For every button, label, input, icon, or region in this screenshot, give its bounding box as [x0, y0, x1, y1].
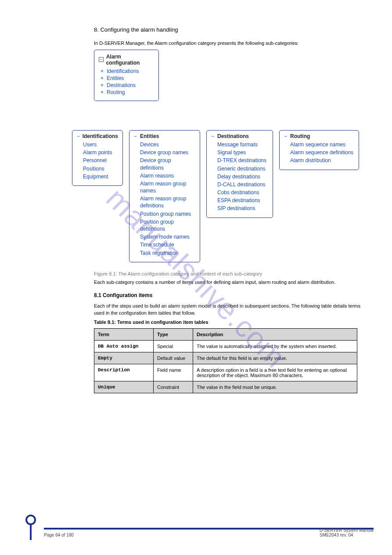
term-cell: Empty — [94, 352, 154, 364]
alarm-config-title: Alarm configuration — [106, 54, 154, 66]
ent-item-devices[interactable]: Devices — [140, 141, 195, 148]
routing-title: Routing — [290, 133, 310, 139]
alarm-config-header[interactable]: − Alarm configuration — [99, 54, 154, 66]
table-header-row: Term Type Description — [94, 328, 357, 340]
cat-item-label: Entities — [107, 75, 124, 81]
id-item-alarm-points[interactable]: Alarm points — [83, 149, 118, 156]
type-cell: Default value — [154, 352, 193, 364]
dst-item-dcall[interactable]: D-CALL destinations — [217, 181, 268, 188]
ent-item-devgroupdefs[interactable]: Device group definitions — [140, 157, 195, 171]
id-item-positions[interactable]: Positions — [83, 165, 118, 172]
id-item-users[interactable]: Users — [83, 141, 118, 148]
footer: Page 64 of 180 D-SERVER System Manual SM… — [0, 506, 392, 540]
dst-item-sip[interactable]: SIP destinations — [217, 205, 268, 212]
minus-icon: − — [211, 133, 215, 139]
routing-box: − Routing Alarm sequence names Alarm seq… — [279, 130, 359, 170]
desc-cell: A description option in a field is a fre… — [193, 364, 357, 381]
table-row: Description Field name A description opt… — [94, 364, 357, 381]
rt-item-seqdefs[interactable]: Alarm sequence definitions — [290, 149, 354, 156]
dst-item-espa[interactable]: ESPA destinations — [217, 197, 268, 204]
footer-doc-title: D-SERVER System Manual — [320, 528, 374, 533]
dst-item-dtrex[interactable]: D-TREX destinations — [217, 157, 268, 164]
collapse-icon[interactable]: − — [99, 57, 104, 62]
cat-item-identifications[interactable]: + Identifications — [101, 68, 154, 74]
type-cell: Field name — [154, 364, 193, 381]
col-type: Type — [154, 328, 193, 340]
subsection-title: 8.1 Configuration items — [94, 292, 366, 298]
figure-caption: Figure 8.1: The Alarm configuration cate… — [94, 271, 366, 276]
table-row: Unique Constraint The value in the field… — [94, 381, 357, 393]
id-item-equipment[interactable]: Equipment — [83, 173, 118, 180]
col-term: Term — [94, 328, 154, 340]
dst-item-signaltypes[interactable]: Signal types — [217, 149, 268, 156]
ent-item-posgroupnames[interactable]: Position group names — [140, 210, 195, 218]
ent-item-sysmodenames[interactable]: System mode names — [140, 233, 195, 240]
term-cell: Description — [94, 364, 154, 381]
footer-page: Page 64 of 180 — [44, 533, 74, 537]
entities-title: Entities — [140, 133, 159, 139]
section-title: 8. Configuring the alarm handling — [94, 26, 366, 33]
cat-item-label: Identifications — [107, 68, 139, 74]
page: 8. Configuring the alarm handling In D-S… — [0, 0, 392, 411]
ent-item-timeschedule[interactable]: Time schedule — [140, 241, 195, 248]
type-cell: Special — [154, 340, 193, 352]
footer-ring-icon — [25, 515, 36, 525]
footer-doc: D-SERVER System Manual SME2043 rev. 04 — [320, 528, 374, 537]
plus-icon: + — [101, 82, 104, 88]
term-cell: DB Auto assign — [94, 340, 154, 352]
dst-item-cobs[interactable]: Cobs destinations — [217, 189, 268, 196]
subcategory-row: − Identifications Users Alarm points Per… — [72, 130, 366, 262]
rt-item-seqnames[interactable]: Alarm sequence names — [290, 141, 354, 148]
rt-item-distribution[interactable]: Alarm distribution — [290, 157, 354, 164]
destinations-box: − Destinations Message formats Signal ty… — [206, 130, 273, 218]
entities-box: − Entities Devices Device group names De… — [129, 130, 200, 262]
paragraph-1: Each sub-category contains a number of i… — [94, 279, 366, 286]
cat-item-label: Destinations — [107, 82, 136, 88]
plus-icon: + — [101, 75, 104, 81]
dst-item-delay[interactable]: Delay destinations — [217, 173, 268, 180]
intro-text: In D-SERVER Manager, the Alarm configura… — [94, 40, 366, 47]
identifications-header[interactable]: − Identifications — [77, 133, 118, 139]
minus-icon: − — [77, 133, 80, 139]
table-row: DB Auto assign Special The value is auto… — [94, 340, 357, 352]
destinations-header[interactable]: − Destinations — [211, 133, 268, 139]
plus-icon: + — [101, 89, 104, 95]
dst-item-generic[interactable]: Generic destinations — [217, 165, 268, 172]
minus-icon: − — [284, 133, 288, 139]
entities-header[interactable]: − Entities — [134, 133, 195, 139]
cat-item-destinations[interactable]: + Destinations — [101, 82, 154, 88]
alarm-config-box: − Alarm configuration + Identifications … — [94, 50, 159, 101]
ent-item-alarmreasons[interactable]: Alarm reasons — [140, 172, 195, 179]
dst-item-msgformats[interactable]: Message formats — [217, 141, 268, 148]
id-item-personnel[interactable]: Personnel — [83, 157, 118, 164]
table-caption: Table 8.1: Terms used in configuration i… — [94, 319, 366, 325]
desc-cell: The value is automatically assigned by t… — [193, 340, 357, 352]
footer-doc-ver: SME2043 rev. 04 — [320, 533, 353, 537]
routing-header[interactable]: − Routing — [284, 133, 354, 139]
cat-item-entities[interactable]: + Entities — [101, 75, 154, 81]
identifications-box: − Identifications Users Alarm points Per… — [72, 130, 123, 186]
table-row: Empty Default value The default for this… — [94, 352, 357, 364]
ent-item-devgroupnames[interactable]: Device group names — [140, 149, 195, 156]
ent-item-alarmreasongroupdefs[interactable]: Alarm reason group definitions — [140, 195, 195, 209]
term-cell: Unique — [94, 381, 154, 393]
ent-item-taskregistration[interactable]: Task registration — [140, 250, 195, 257]
conf-items-text: Each of the steps used to build an alarm… — [94, 303, 366, 317]
ent-item-posgroupdefs[interactable]: Position group defitintions — [140, 218, 195, 232]
plus-icon: + — [101, 68, 104, 74]
minus-icon: − — [134, 133, 138, 139]
cat-item-label: Routing — [107, 89, 125, 95]
terms-table: Term Type Description DB Auto assign Spe… — [94, 328, 357, 393]
type-cell: Constraint — [154, 381, 193, 393]
desc-cell: The value in the field must be unique. — [193, 381, 357, 393]
desc-cell: The default for this field is an empty v… — [193, 352, 357, 364]
footer-stem-icon — [30, 522, 32, 540]
cat-item-routing[interactable]: + Routing — [101, 89, 154, 95]
ent-item-alarmreasongroupnames[interactable]: Alarm reason group names — [140, 180, 195, 194]
destinations-title: Destinations — [217, 133, 249, 139]
col-desc: Description — [193, 328, 357, 340]
identifications-title: Identifications — [83, 133, 118, 139]
